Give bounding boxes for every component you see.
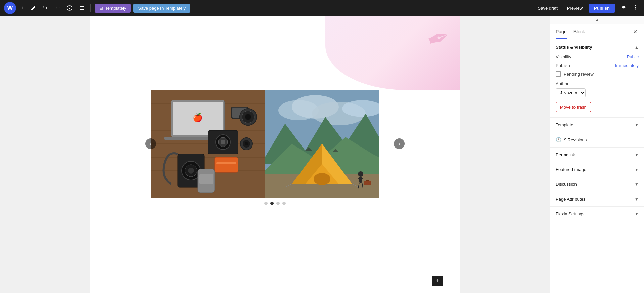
svg-point-53 xyxy=(314,173,330,185)
carousel-dot-2[interactable] xyxy=(270,202,274,205)
publish-button[interactable]: Publish xyxy=(589,4,615,13)
settings-button[interactable] xyxy=(618,2,628,14)
status-visibility-title: Status & visibility xyxy=(556,45,592,50)
featured-image-header[interactable]: Featured image ▼ xyxy=(550,162,644,177)
preview-button[interactable]: Preview xyxy=(564,4,586,13)
toolbar-separator-1 xyxy=(90,4,91,12)
permalink-section: Permalink ▼ xyxy=(550,148,644,162)
undo-button[interactable] xyxy=(41,3,50,13)
sidebar-scroll-up[interactable]: ▲ xyxy=(550,16,644,24)
flexia-settings-title: Flexia Settings xyxy=(556,211,584,216)
sidebar-close-button[interactable]: ✕ xyxy=(632,27,639,36)
carousel-images: 🍎 xyxy=(151,90,379,198)
featured-image-section: Featured image ▼ xyxy=(550,162,644,177)
tent-mountain-image xyxy=(265,90,379,198)
page-attributes-section: Page Attributes ▼ xyxy=(550,192,644,207)
svg-point-2 xyxy=(69,7,70,7)
carousel-dots xyxy=(264,202,286,205)
svg-rect-29 xyxy=(216,162,236,164)
ellipsis-vertical-icon xyxy=(633,5,638,10)
sidebar-header: Page Block ✕ xyxy=(550,24,644,40)
visibility-label: Visibility xyxy=(556,54,571,59)
list-icon xyxy=(79,5,84,11)
redo-icon xyxy=(55,5,60,11)
info-icon xyxy=(67,5,72,11)
discussion-header[interactable]: Discussion ▼ xyxy=(550,177,644,192)
pencil-icon xyxy=(31,5,36,11)
wp-logo[interactable]: W xyxy=(4,2,16,14)
svg-point-33 xyxy=(188,168,194,174)
svg-point-7 xyxy=(635,7,636,8)
add-block-bottom-button[interactable]: + xyxy=(432,276,443,286)
more-options-button[interactable] xyxy=(631,3,640,13)
svg-rect-63 xyxy=(364,181,371,185)
publish-label: Publish xyxy=(556,63,570,68)
svg-rect-41 xyxy=(199,174,213,184)
featured-image-title: Featured image xyxy=(556,167,586,172)
template-title: Template xyxy=(556,122,573,127)
save-draft-button[interactable]: Save draft xyxy=(535,4,561,13)
chevron-down-page-attr-icon: ▼ xyxy=(635,197,639,202)
carousel-dot-3[interactable] xyxy=(276,202,280,205)
toolbar: W + ⊞ Templately Save page in Templately… xyxy=(0,0,644,16)
svg-rect-5 xyxy=(80,9,84,10)
svg-point-36 xyxy=(245,114,251,120)
pending-review-checkbox[interactable] xyxy=(556,71,561,77)
templately-icon: ⊞ xyxy=(99,6,103,11)
camera-gear-image: 🍎 xyxy=(151,90,265,198)
svg-point-39 xyxy=(245,142,248,145)
discussion-section: Discussion ▼ xyxy=(550,177,644,192)
carousel-container: ‹ xyxy=(151,90,399,198)
template-header[interactable]: Template ▼ xyxy=(550,118,644,132)
discussion-title: Discussion xyxy=(556,182,577,187)
undo-icon xyxy=(43,5,48,11)
carousel-next-button[interactable]: › xyxy=(394,138,405,149)
carousel-dot-1[interactable] xyxy=(264,202,268,205)
tab-page[interactable]: Page xyxy=(556,25,567,39)
tab-block[interactable]: Block xyxy=(573,25,585,39)
page-attributes-header[interactable]: Page Attributes ▼ xyxy=(550,192,644,206)
flexia-settings-header[interactable]: Flexia Settings ▼ xyxy=(550,207,644,221)
plus-icon: + xyxy=(21,5,24,11)
editor-content: ✒ ‹ xyxy=(90,16,460,293)
chevron-down-featured-icon: ▼ xyxy=(635,167,639,172)
svg-text:🍎: 🍎 xyxy=(193,113,203,122)
settings-gear-icon xyxy=(620,4,626,10)
chevron-down-icon: ▼ xyxy=(635,123,639,127)
publish-value[interactable]: Immediately xyxy=(615,63,639,68)
sidebar: ▲ Page Block ✕ Status & visibility ▲ Vis… xyxy=(550,16,644,293)
author-select[interactable]: J.Naznin xyxy=(556,88,586,97)
chevron-down-permalink-icon: ▼ xyxy=(635,153,639,157)
svg-rect-64 xyxy=(366,180,369,181)
visibility-row: Visibility Public xyxy=(556,54,639,59)
redo-button[interactable] xyxy=(53,3,62,13)
svg-rect-1 xyxy=(69,8,70,9)
carousel-dot-4[interactable] xyxy=(282,202,286,205)
author-label: Author xyxy=(556,81,639,86)
edit-tool-button[interactable] xyxy=(29,3,38,13)
chevron-up-icon: ▲ xyxy=(595,17,599,22)
save-in-templately-button[interactable]: Save page in Templately xyxy=(133,4,190,13)
svg-rect-4 xyxy=(80,8,84,8)
svg-rect-3 xyxy=(80,6,84,7)
status-visibility-header[interactable]: Status & visibility ▲ xyxy=(550,40,644,54)
permalink-title: Permalink xyxy=(556,152,575,157)
move-to-trash-button[interactable]: Move to trash xyxy=(556,102,591,112)
chevron-down-flexia-icon: ▼ xyxy=(635,212,639,216)
svg-point-25 xyxy=(221,140,225,144)
revisions-label: 9 Revisions xyxy=(564,137,587,142)
list-view-button[interactable] xyxy=(77,3,86,13)
add-block-toolbar-button[interactable]: + xyxy=(19,3,26,13)
svg-rect-28 xyxy=(215,157,238,172)
carousel-block: ‹ xyxy=(97,90,453,205)
clock-icon: 🕐 xyxy=(556,137,561,142)
templately-button[interactable]: ⊞ Templately xyxy=(95,4,131,13)
carousel-prev-button[interactable]: ‹ xyxy=(145,138,156,149)
page-attributes-title: Page Attributes xyxy=(556,197,585,202)
author-wrapper: Author J.Naznin xyxy=(556,81,639,97)
revisions-section[interactable]: 🕐 9 Revisions xyxy=(550,132,644,148)
template-section: Template ▼ xyxy=(550,118,644,132)
info-button[interactable] xyxy=(65,3,74,13)
permalink-header[interactable]: Permalink ▼ xyxy=(550,148,644,162)
visibility-value[interactable]: Public xyxy=(627,54,639,59)
